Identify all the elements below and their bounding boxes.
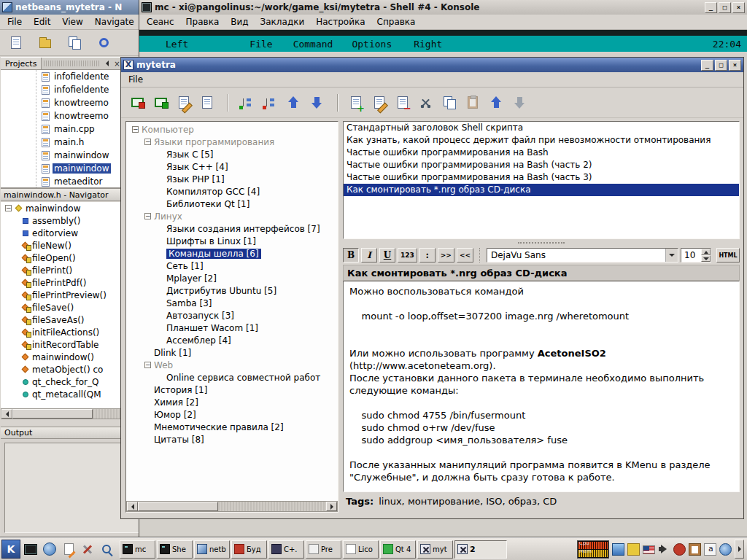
maximize-button[interactable]: □	[715, 60, 727, 71]
tree-item[interactable]: Сеть [1]	[127, 260, 337, 272]
tree-item[interactable]: Шрифты в Linux [1]	[127, 235, 337, 247]
kmenu-button[interactable]: K	[1, 540, 20, 559]
tree-item[interactable]: Языки создания интерфейсов [7]	[127, 222, 337, 235]
spin-down-button[interactable]	[701, 255, 711, 262]
mytetra-menu-File[interactable]: File	[123, 72, 149, 87]
font-size-spinner[interactable]: 10	[681, 248, 711, 262]
panel-drag-handle[interactable]	[44, 61, 99, 66]
konsole-menu-Справка[interactable]: Справка	[371, 15, 422, 29]
charmap-tray-icon[interactable]	[704, 543, 716, 556]
tree-item[interactable]: Химия [2]	[127, 396, 337, 408]
format-button->>[interactable]: >>	[438, 248, 454, 262]
move-record-down-button[interactable]	[509, 93, 530, 113]
format-button-U[interactable]: U	[379, 248, 395, 262]
build-button[interactable]	[93, 33, 114, 53]
konsole-menu-Вид[interactable]: Вид	[225, 15, 254, 29]
maximize-button[interactable]: □	[719, 2, 731, 13]
taskbar-task-C+.[interactable]: C+.	[268, 540, 304, 559]
add-record-button[interactable]	[346, 93, 366, 113]
tree-horizontal-scrollbar[interactable]	[126, 501, 338, 512]
close-button[interactable]: ×	[732, 2, 745, 13]
network-tray-icon[interactable]	[719, 543, 732, 556]
taskbar-task-netb[interactable]: netb	[194, 540, 230, 559]
format-button-:[interactable]: :	[419, 248, 436, 262]
close-button[interactable]: ×	[729, 60, 741, 71]
taskbar-task-Буд[interactable]: Буд	[231, 540, 267, 559]
mc-menu-Options[interactable]: Options	[352, 39, 392, 50]
format-button-B[interactable]: B	[343, 248, 359, 262]
edit-branch-button[interactable]	[174, 93, 194, 113]
terminal-launcher-icon[interactable]	[22, 540, 39, 558]
taskbar-task-mc[interactable]: mc	[120, 540, 155, 559]
move-record-up-button[interactable]	[486, 93, 506, 113]
minimize-button[interactable]: _	[705, 2, 717, 13]
konsole-menu-Закладки[interactable]: Закладки	[255, 15, 311, 29]
new-file-button[interactable]	[6, 33, 26, 53]
panel-hide-arrow[interactable]	[735, 540, 744, 559]
insert-subbranch-button[interactable]	[260, 93, 280, 113]
netbeans-titlebar[interactable]: netbeans_mytetra - N	[0, 0, 145, 15]
synchro-button[interactable]	[150, 93, 171, 113]
netbeans-menu-File[interactable]: File	[1, 15, 28, 29]
tree-item[interactable]: Библиотеки Qt [1]	[127, 198, 337, 210]
tree-item[interactable]: Online сервиса совместной работ	[127, 371, 337, 384]
edit-record-button[interactable]	[369, 93, 390, 113]
mytetra-titlebar[interactable]: X mytetra _ □ ×	[121, 58, 743, 72]
taskbar-task-Lico[interactable]: Lico	[343, 540, 379, 559]
scroll-left-button[interactable]	[1, 409, 12, 419]
mc-menu-File[interactable]: File	[249, 39, 272, 50]
tree-item[interactable]: Юмор [2]	[127, 408, 337, 421]
minimize-button[interactable]: _	[701, 60, 713, 71]
konsole-titlebar[interactable]: mc - xi@pangolinus:~/work/game_ksi/mytet…	[139, 0, 747, 15]
record-row[interactable]: Частые ошибки программирования на Bash	[344, 147, 739, 159]
tree-item[interactable]: Dlink [1]	[127, 346, 337, 359]
record-editor[interactable]: Можно воспользоваться командой mount -o …	[343, 281, 740, 492]
browser-launcher-icon[interactable]	[41, 540, 58, 558]
tree-item[interactable]: Samba [3]	[127, 297, 337, 309]
alert-tray-icon[interactable]	[673, 543, 686, 556]
volume-icon[interactable]	[658, 543, 670, 556]
mc-menu-Command[interactable]: Command	[293, 39, 333, 50]
scroll-left-button[interactable]	[127, 502, 138, 511]
konsole-menu-Сеанс[interactable]: Сеанс	[141, 15, 180, 29]
format-button-<<[interactable]: <<	[457, 248, 473, 262]
copy-button[interactable]	[64, 33, 85, 53]
tree-item[interactable]: Автозапуск [3]	[127, 309, 337, 322]
collapse-toggle-icon[interactable]	[132, 126, 139, 133]
format-button-123[interactable]: 123	[398, 248, 417, 262]
klipper-icon[interactable]	[689, 543, 701, 556]
branch-properties-button[interactable]	[197, 93, 217, 113]
tree-item[interactable]: История [1]	[127, 384, 337, 396]
netbeans-menu-View[interactable]: View	[56, 15, 88, 29]
record-row[interactable]: Как смонтировать *.nrg образ CD-диска	[344, 184, 739, 196]
search-launcher-icon[interactable]	[98, 540, 115, 558]
tree-item[interactable]: Команды шелла [6]	[127, 247, 337, 260]
taskbar-task-Pre[interactable]: Pre	[306, 540, 341, 559]
tree-item[interactable]: Дистрибутив Ubuntu [5]	[127, 284, 337, 297]
mc-menu-Right[interactable]: Right	[414, 39, 442, 50]
record-row[interactable]: Как узнать, какой процесс держит файл пр…	[344, 134, 739, 147]
collapse-toggle-icon[interactable]	[144, 213, 151, 219]
konsole-menu-Правка[interactable]: Правка	[180, 15, 225, 29]
editor-launcher-icon[interactable]	[60, 540, 77, 558]
collapse-toggle-icon[interactable]	[144, 139, 151, 145]
tree-item[interactable]: Язык C++ [4]	[127, 160, 337, 173]
scrollbar-track[interactable]	[218, 502, 326, 511]
tree-item[interactable]: Компьютер	[127, 123, 337, 136]
tree-item[interactable]: Планшет Wacom [1]	[127, 322, 337, 334]
scrollbar-thumb[interactable]	[12, 409, 93, 419]
collapse-toggle-icon[interactable]	[5, 205, 12, 211]
mc-menu-Left[interactable]: Left	[166, 39, 188, 50]
tab-projects[interactable]: Projects	[1, 58, 42, 69]
delete-record-button[interactable]	[392, 93, 413, 113]
spin-up-button[interactable]	[701, 249, 711, 255]
netbeans-menu-Navigate[interactable]: Navigate	[89, 15, 140, 29]
copy-record-button[interactable]	[439, 93, 460, 113]
record-row[interactable]: Частые ошибки программирования на Bash (…	[344, 159, 739, 171]
find-in-base-button[interactable]	[127, 93, 147, 113]
collapse-toggle-icon[interactable]	[144, 362, 151, 368]
tree-item[interactable]: Мнемотические правила [2]	[127, 421, 337, 433]
scroll-right-button[interactable]	[326, 502, 337, 511]
tree-item[interactable]: Языки программирования	[127, 136, 337, 148]
insert-branch-button[interactable]	[236, 93, 257, 113]
